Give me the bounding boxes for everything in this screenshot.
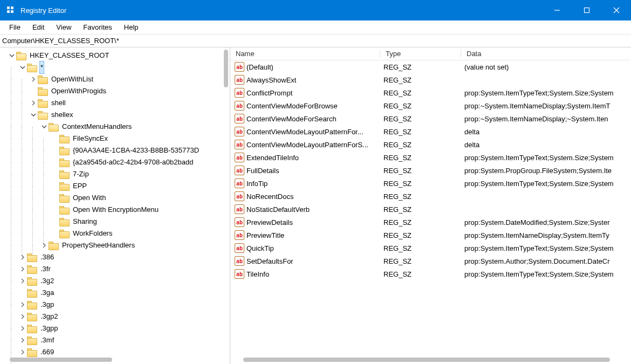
- values-pane[interactable]: Name Type Data ab(Default)REG_SZ(value n…: [230, 47, 631, 364]
- tree-label[interactable]: Open With: [72, 191, 107, 204]
- chevron-right-icon[interactable]: [18, 253, 27, 262]
- tree-item[interactable]: OpenWithProgids: [3, 85, 230, 97]
- chevron-right-icon[interactable]: [40, 241, 49, 250]
- registry-tree[interactable]: HKEY_CLASSES_ROOT*OpenWithListOpenWithPr…: [0, 50, 230, 358]
- tree-label[interactable]: *: [39, 61, 44, 74]
- chevron-down-icon[interactable]: [8, 51, 16, 60]
- menu-view[interactable]: View: [50, 22, 77, 33]
- tree-label[interactable]: FileSyncEx: [72, 132, 109, 145]
- value-row[interactable]: abNoStaticDefaultVerbREG_SZ: [230, 203, 631, 216]
- chevron-right-icon[interactable]: [18, 324, 27, 333]
- tree-item[interactable]: Sharing: [3, 216, 230, 228]
- chevron-right-icon[interactable]: [29, 75, 38, 84]
- tree-label[interactable]: ContextMenuHandlers: [61, 120, 133, 133]
- titlebar[interactable]: Registry Editor: [0, 0, 631, 20]
- value-row[interactable]: abQuickTipREG_SZprop:System.ItemTypeText…: [230, 242, 631, 255]
- tree-label[interactable]: .3gpp: [39, 322, 59, 335]
- tree-item[interactable]: .3gp: [3, 299, 230, 311]
- tree-item[interactable]: ContextMenuHandlers: [3, 121, 230, 133]
- column-name[interactable]: Name: [230, 50, 380, 58]
- tree-label[interactable]: OpenWithProgids: [50, 85, 107, 98]
- value-row[interactable]: ab(Default)REG_SZ(value not set): [230, 60, 631, 73]
- chevron-right-icon[interactable]: [18, 265, 27, 273]
- tree-item[interactable]: *: [3, 61, 230, 73]
- value-row[interactable]: abInfoTipREG_SZprop:System.ItemTypeText;…: [230, 177, 631, 190]
- chevron-right-icon[interactable]: [29, 99, 38, 107]
- tree-scrollbar-vertical[interactable]: [224, 50, 228, 87]
- address-input[interactable]: [2, 36, 631, 46]
- chevron-right-icon[interactable]: [18, 312, 27, 321]
- value-row[interactable]: abFullDetailsREG_SZprop:System.PropGroup…: [230, 164, 631, 177]
- tree-item[interactable]: .3gp2: [3, 311, 230, 322]
- tree-scrollbar-horizontal[interactable]: [10, 358, 112, 362]
- tree-label[interactable]: {a2a9545d-a0c2-42b4-9708-a0b2badd: [72, 156, 194, 169]
- values-scrollbar-horizontal[interactable]: [243, 358, 610, 362]
- value-row[interactable]: abExtendedTileInfoREG_SZprop:System.Item…: [230, 151, 631, 164]
- tree-label[interactable]: OpenWithList: [50, 73, 94, 86]
- minimize-button[interactable]: [542, 0, 572, 20]
- tree-item[interactable]: .3ga: [3, 287, 230, 299]
- value-row[interactable]: abContentViewModeForBrowseREG_SZprop:~Sy…: [230, 99, 631, 112]
- value-row[interactable]: abContentViewModeForSearchREG_SZprop:~Sy…: [230, 112, 631, 125]
- tree-item[interactable]: shell: [3, 97, 230, 109]
- tree-item[interactable]: .669: [3, 346, 230, 358]
- tree-item[interactable]: .386: [3, 251, 230, 263]
- tree-item[interactable]: {a2a9545d-a0c2-42b4-9708-a0b2badd: [3, 156, 230, 168]
- value-row[interactable]: abAlwaysShowExtREG_SZ: [230, 73, 631, 86]
- value-row[interactable]: abPreviewDetailsREG_SZprop:System.DateMo…: [230, 216, 631, 229]
- maximize-button[interactable]: [572, 0, 601, 20]
- value-row[interactable]: abContentViewModeLayoutPatternForS...REG…: [230, 138, 631, 151]
- values-list[interactable]: ab(Default)REG_SZ(value not set)abAlways…: [230, 60, 631, 280]
- tree-label[interactable]: .3g2: [39, 274, 55, 287]
- chevron-down-icon[interactable]: [29, 111, 38, 119]
- tree-label[interactable]: Open With EncryptionMenu: [72, 203, 160, 216]
- menu-help[interactable]: Help: [118, 22, 145, 33]
- tree-label[interactable]: .3gp2: [39, 310, 59, 323]
- tree-label[interactable]: shellex: [50, 108, 74, 121]
- menu-favorites[interactable]: Favorites: [77, 22, 118, 33]
- chevron-right-icon[interactable]: [18, 300, 27, 309]
- values-header[interactable]: Name Type Data: [230, 47, 631, 60]
- tree-label[interactable]: EPP: [72, 180, 88, 193]
- menu-file[interactable]: File: [3, 22, 26, 33]
- value-row[interactable]: abContentViewModeLayoutPatternFor...REG_…: [230, 125, 631, 138]
- tree-item[interactable]: .3mf: [3, 334, 230, 346]
- chevron-right-icon[interactable]: [18, 277, 27, 285]
- tree-label[interactable]: .3fr: [39, 263, 52, 276]
- tree-item[interactable]: 7-Zip: [3, 168, 230, 180]
- tree-pane[interactable]: HKEY_CLASSES_ROOT*OpenWithListOpenWithPr…: [0, 47, 230, 364]
- tree-item[interactable]: .3fr: [3, 263, 230, 275]
- tree-item[interactable]: HKEY_CLASSES_ROOT: [3, 50, 230, 61]
- tree-item[interactable]: shellex: [3, 109, 230, 121]
- tree-item[interactable]: EPP: [3, 180, 230, 192]
- value-row[interactable]: abSetDefaultsForREG_SZprop:System.Author…: [230, 255, 631, 267]
- tree-item[interactable]: .3gpp: [3, 322, 230, 334]
- close-button[interactable]: [601, 0, 631, 20]
- tree-item[interactable]: Open With: [3, 192, 230, 204]
- value-row[interactable]: abConflictPromptREG_SZprop:System.ItemTy…: [230, 86, 631, 99]
- tree-item[interactable]: Open With EncryptionMenu: [3, 204, 230, 216]
- tree-label[interactable]: Sharing: [72, 215, 98, 228]
- tree-item[interactable]: PropertySheetHandlers: [3, 239, 230, 251]
- tree-item[interactable]: WorkFolders: [3, 228, 230, 239]
- chevron-down-icon[interactable]: [18, 63, 27, 72]
- chevron-right-icon[interactable]: [18, 348, 27, 356]
- tree-label[interactable]: .669: [39, 346, 55, 359]
- tree-item[interactable]: {90AA3A4E-1CBA-4233-B8BB-535773D: [3, 145, 230, 156]
- menu-edit[interactable]: Edit: [26, 22, 50, 33]
- tree-label[interactable]: .386: [39, 251, 55, 264]
- tree-label[interactable]: 7-Zip: [72, 168, 90, 181]
- chevron-right-icon[interactable]: [18, 336, 27, 345]
- column-type[interactable]: Type: [380, 50, 461, 58]
- tree-label[interactable]: .3mf: [39, 334, 55, 347]
- tree-label[interactable]: .3ga: [39, 286, 55, 299]
- chevron-down-icon[interactable]: [40, 122, 49, 131]
- value-row[interactable]: abPreviewTitleREG_SZprop:System.ItemName…: [230, 229, 631, 242]
- tree-label[interactable]: HKEY_CLASSES_ROOT: [29, 49, 110, 62]
- tree-label[interactable]: PropertySheetHandlers: [61, 239, 136, 252]
- tree-label[interactable]: shell: [50, 97, 67, 109]
- value-row[interactable]: abNoRecentDocsREG_SZ: [230, 190, 631, 203]
- tree-label[interactable]: {90AA3A4E-1CBA-4233-B8BB-535773D: [72, 144, 200, 157]
- tree-item[interactable]: .3g2: [3, 275, 230, 287]
- column-data[interactable]: Data: [461, 50, 631, 58]
